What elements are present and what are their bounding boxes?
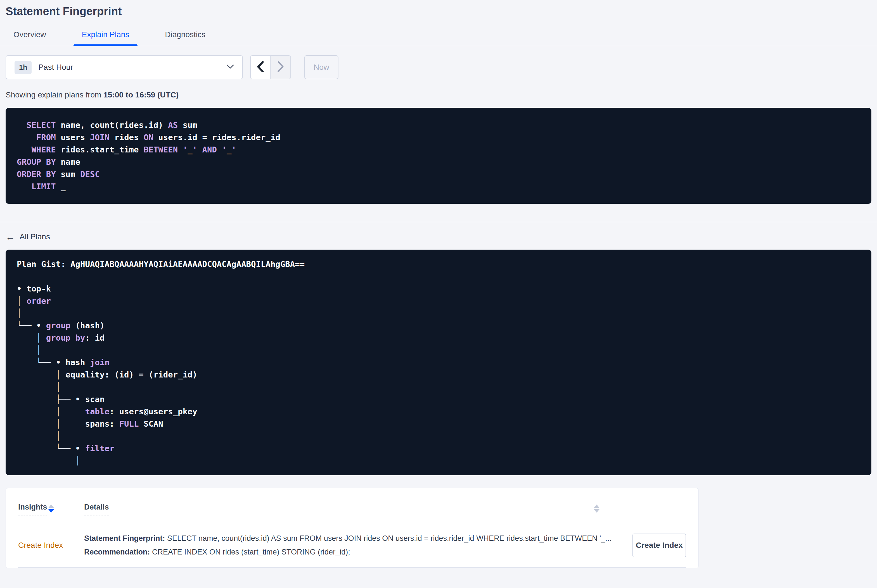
column-header-insights[interactable]: Insights [18,503,47,515]
tab-diagnostics[interactable]: Diagnostics [156,25,214,46]
time-range-badge: 1h [15,61,32,74]
insights-table-header: Insights Details [18,503,686,515]
left-arrow-icon: ← [6,233,15,241]
time-range-summary: Showing explain plans from 15:00 to 16:5… [0,90,877,99]
sort-icon-insights[interactable] [48,504,54,513]
column-header-details[interactable]: Details [84,503,109,515]
now-button[interactable]: Now [304,55,338,79]
time-toolbar: 1h Past Hour Now [0,55,877,79]
insight-details: Statement Fingerprint: SELECT name, coun… [84,534,623,556]
time-step-buttons [250,55,291,79]
page-title: Statement Fingerprint [0,0,877,18]
insight-type-link[interactable]: Create Index [18,541,63,550]
chevron-left-icon [257,61,264,74]
chevron-down-icon [227,64,234,70]
create-index-button[interactable]: Create Index [632,534,686,557]
chevron-right-icon [277,61,284,74]
time-range-label: Past Hour [38,63,227,72]
next-interval-button[interactable] [271,56,290,79]
table-row: Create Index Statement Fingerprint: SELE… [18,523,686,568]
plan-gist-block: Plan Gist: AgHUAQIABQAAAAHYAQIAiAEAAAADC… [6,250,871,475]
tab-bar: Overview Explain Plans Diagnostics [0,25,877,46]
insights-card: Insights Details Create Index Statement … [6,488,699,568]
all-plans-link[interactable]: ← All Plans [6,232,50,241]
recommendation-line: Recommendation: CREATE INDEX ON rides (s… [84,548,623,556]
section-divider [0,222,877,222]
previous-interval-button[interactable] [251,56,271,79]
sort-icon-details[interactable] [594,504,599,513]
time-range-dropdown[interactable]: 1h Past Hour [6,55,243,79]
statement-fingerprint-line: Statement Fingerprint: SELECT name, coun… [84,534,623,543]
sql-statement-block: SELECT name, count(rides.id) AS sum FROM… [6,108,871,204]
tab-overview[interactable]: Overview [5,25,54,46]
tab-explain-plans[interactable]: Explain Plans [74,25,138,46]
